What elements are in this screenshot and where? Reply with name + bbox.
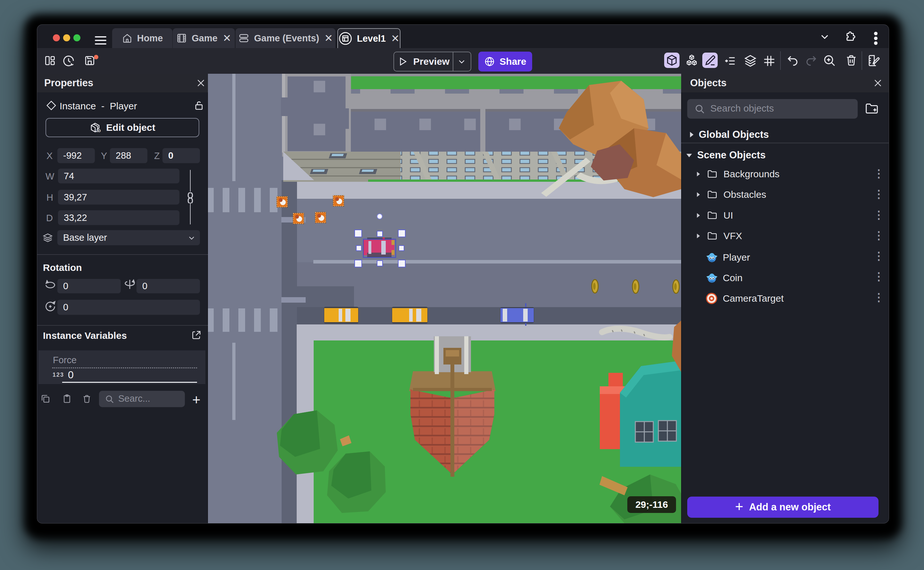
svg-text:3D: 3D bbox=[96, 129, 101, 133]
svg-text:29;-116: 29;-116 bbox=[635, 499, 668, 510]
